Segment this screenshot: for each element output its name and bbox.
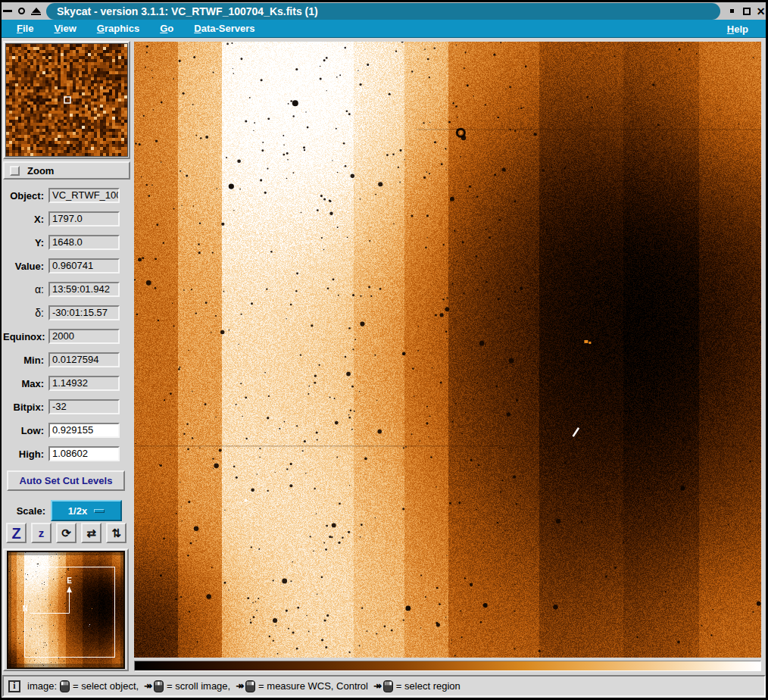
statusbar-text-segment: = select object, [73,680,139,692]
flip-y-button[interactable]: ⇅ [106,523,126,543]
toolbar: Zz⟳⇄⇅ [6,523,126,543]
field-row-y: Y:1648.0 [3,235,132,250]
minimize-button[interactable] [0,4,14,19]
button-arrow-icon: ↠ [236,680,244,692]
close-icon: ✕ [757,8,766,15]
field-row-bitpix: Bitpix:-32 [3,399,132,414]
statusbar: i image:= select object,↠= scroll image,… [2,675,766,697]
field-row-x: X:1797.0 [3,211,132,227]
mouse-button-1-icon [60,680,70,692]
statusbar-text-segment: image: [27,680,57,692]
pan-window-panel [3,548,129,671]
dropdown-indicator-icon [94,509,105,513]
field-row-low: Low:0.929155 [3,423,132,438]
menu-view[interactable]: View [54,23,76,34]
zoom-checkbox[interactable] [10,166,20,176]
field-row-max: Max:1.14932 [3,376,132,391]
square-icon [743,8,751,15]
field-label-bitpix: Bitpix: [3,402,48,413]
scale-dropdown[interactable]: 1/2x [51,500,122,521]
field-value-ra: 13:59:01.942 [48,282,120,297]
skycat-window: Skycat - version 3.1.1: VC_RTWF_100704_K… [0,0,768,700]
circle-icon [18,8,25,14]
titlebar: Skycat - version 3.1.1: VC_RTWF_100704_K… [0,0,768,20]
field-value-min: 0.0127594 [48,352,120,367]
flip-x-button[interactable]: ⇄ [81,523,101,543]
field-row-value: Value:0.960741 [3,258,132,273]
field-label-max: Max: [3,378,48,389]
field-label-value: Value: [3,261,48,272]
zoom-checkbox-row: Zoom [3,161,130,180]
field-label-ra: α: [3,283,48,295]
flip-x-icon: ⇄ [86,527,96,539]
field-row-dec: δ:-30:01:15.57 [3,305,132,320]
menubar-right: Help [727,22,748,36]
zoom-in-icon: Z [11,526,20,541]
field-label-equinox: Equinox: [3,331,48,342]
menubar: FileViewGraphicsGoData-Servers Help [2,20,766,38]
field-row-ra: α:13:59:01.942 [3,282,132,297]
field-value-y: 1648.0 [48,235,120,250]
colorbar[interactable] [134,661,761,671]
zoom-preview-panel [3,41,130,159]
field-row-object: Object:VC_RTWF_100 [3,188,132,203]
rotate-icon: ⟳ [61,527,71,539]
zoom-out-button[interactable]: z [31,523,52,543]
close-button[interactable]: ✕ [754,4,768,19]
auto-set-cut-levels-button[interactable]: Auto Set Cut Levels [7,470,125,491]
field-label-y: Y: [3,237,48,248]
menu-go[interactable]: Go [160,23,173,34]
rotate-button[interactable]: ⟳ [56,523,76,543]
mouse-button-2-icon [154,680,164,692]
menu-file[interactable]: File [17,23,33,34]
info-panel: Object:VC_RTWF_100X:1797.0Y:1648.0Value:… [3,182,132,470]
mouse-button-3-icon [245,680,255,692]
field-value-object: VC_RTWF_100 [48,188,120,203]
main-image-canvas[interactable] [134,42,761,658]
field-row-min: Min:0.0127594 [3,352,132,367]
info-icon: i [8,680,20,692]
statusbar-text: image:= select object,↠= scroll image,↠=… [25,680,463,692]
field-value-max: 1.14932 [48,376,120,391]
menubar-left: FileViewGraphicsGoData-Servers [17,23,255,34]
field-label-dec: δ: [3,307,48,319]
field-value-x: 1797.0 [48,211,120,227]
field-value-dec: -30:01:15.57 [48,305,120,320]
window-title-pill: Skycat - version 3.1.1: VC_RTWF_100704_K… [46,3,720,20]
field-label-low: Low: [3,425,48,436]
zoom-in-button[interactable]: Z [6,523,27,543]
mouse-button-3-icon [383,680,393,692]
window-title: Skycat - version 3.1.1: VC_RTWF_100704_K… [57,5,318,17]
zoom-checkbox-label: Zoom [27,165,54,177]
field-value-value: 0.960741 [48,258,120,273]
menu-help[interactable]: Help [727,23,748,35]
pan-window-canvas[interactable] [7,551,125,669]
field-value-bitpix: -32 [48,399,120,414]
scale-label: Scale: [0,505,45,517]
flip-y-icon: ⇅ [111,527,121,539]
scale-value: 1/2x [68,505,87,517]
statusbar-text-segment: = scroll image, [167,680,230,692]
field-label-min: Min: [3,355,48,366]
maximize-icon [31,8,41,15]
restore-button[interactable] [739,4,754,19]
statusbar-text-segment: = select region [396,680,460,692]
button-arrow-icon: ↠ [144,680,152,692]
field-value-high[interactable]: 1.08602 [48,446,120,461]
statusbar-text-segment: = measure WCS, Control [258,680,368,692]
menu-graphics[interactable]: Graphics [97,23,139,34]
field-value-low[interactable]: 0.929155 [48,423,120,438]
field-label-x: X: [3,214,48,225]
maximize-button[interactable] [29,4,43,19]
shade-button[interactable] [14,4,29,19]
dot-icon [730,9,734,13]
field-value-equinox: 2000 [48,329,120,344]
zoom-out-icon: z [39,527,45,539]
menu-data-servers[interactable]: Data-Servers [194,23,254,34]
field-label-high: High: [3,448,48,460]
zoom-preview-canvas [5,43,128,157]
minimize-icon [3,10,12,12]
field-label-object: Object: [3,190,48,202]
field-row-high: High:1.08602 [3,446,132,461]
window-menu-button[interactable] [725,4,739,19]
